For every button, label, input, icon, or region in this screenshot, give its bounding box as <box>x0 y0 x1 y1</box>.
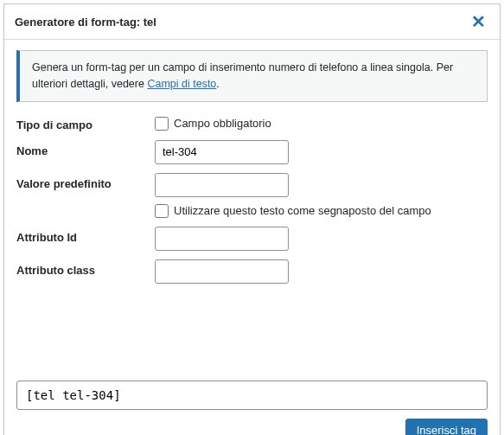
row-id: Attributo Id <box>16 227 488 251</box>
form-tag-dialog: Generatore di form-tag: tel ✕ Genera un … <box>3 3 501 435</box>
row-fieldtype: Tipo di campo Campo obbligatorio <box>16 114 488 131</box>
placeholder-label: Utilizzare questo testo come segnaposto … <box>174 204 431 217</box>
label-class: Attributo class <box>16 259 155 277</box>
close-icon[interactable]: ✕ <box>468 11 489 32</box>
info-text: Genera un form-tag per un campo di inser… <box>32 61 453 90</box>
placeholder-checkbox[interactable] <box>155 204 169 218</box>
tag-output[interactable] <box>16 381 488 410</box>
info-text-after: . <box>216 78 219 90</box>
row-class: Attributo class <box>16 259 488 284</box>
name-input[interactable] <box>155 140 289 164</box>
spacer <box>16 292 488 370</box>
dialog-body: Genera un form-tag per un campo di inser… <box>4 40 500 381</box>
label-default: Valore predefinito <box>16 173 155 190</box>
required-checkbox-wrap[interactable]: Campo obbligatorio <box>155 114 488 131</box>
dialog-header: Generatore di form-tag: tel ✕ <box>4 4 500 40</box>
info-box: Genera un form-tag per un campo di inser… <box>16 50 488 102</box>
label-name: Nome <box>16 140 155 157</box>
required-label: Campo obbligatorio <box>174 117 271 130</box>
insert-tag-button[interactable]: Inserisci tag <box>405 419 488 436</box>
required-checkbox[interactable] <box>155 117 169 131</box>
dialog-footer: Inserisci tag Per usare il valore inseri… <box>4 381 500 436</box>
row-name: Nome <box>16 140 488 164</box>
placeholder-checkbox-wrap[interactable]: Utilizzare questo testo come segnaposto … <box>155 202 488 218</box>
class-input[interactable] <box>155 259 289 284</box>
id-input[interactable] <box>155 227 289 251</box>
row-default: Valore predefinito Utilizzare questo tes… <box>16 173 488 218</box>
default-value-input[interactable] <box>155 173 289 197</box>
dialog-title: Generatore di form-tag: tel <box>15 16 156 29</box>
label-fieldtype: Tipo di campo <box>16 114 155 131</box>
info-link[interactable]: Campi di testo <box>147 78 216 90</box>
label-id: Attributo Id <box>16 227 155 244</box>
